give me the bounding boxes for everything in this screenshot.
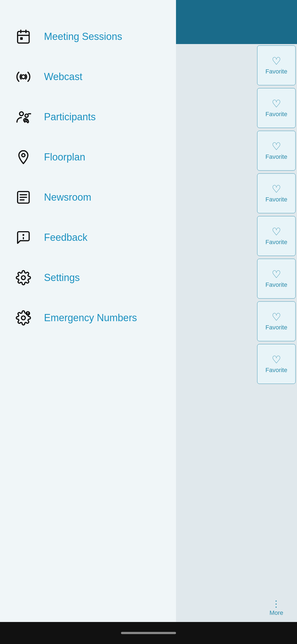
favorite-btn-3[interactable]: ♡ Favorite — [257, 131, 296, 171]
feedback-label: Feedback — [44, 232, 87, 243]
fav-label-4: Favorite — [265, 196, 287, 203]
more-button[interactable]: ⋮ More — [258, 599, 294, 616]
svg-point-24 — [28, 314, 28, 315]
svg-point-6 — [20, 112, 23, 116]
webcast-label: Webcast — [44, 71, 82, 83]
heart-icon-1: ♡ — [272, 56, 281, 66]
favorite-btn-2[interactable]: ♡ Favorite — [257, 88, 296, 128]
fav-label-7: Favorite — [265, 324, 287, 331]
sidebar-item-newsroom[interactable]: Newsroom — [0, 177, 176, 217]
newsroom-icon — [14, 188, 33, 207]
heart-icon-6: ♡ — [272, 269, 281, 280]
background-content: ♡ Favorite ♡ Favorite ♡ Favorite ♡ Favor… — [170, 0, 297, 644]
svg-point-12 — [22, 154, 25, 157]
heart-icon-3: ♡ — [272, 141, 281, 152]
calendar-icon — [14, 27, 33, 46]
svg-rect-4 — [20, 37, 23, 40]
settings-icon — [14, 268, 33, 287]
navigation-drawer: Meeting Sessions Webcast — [0, 0, 176, 644]
newsroom-label: Newsroom — [44, 192, 91, 203]
heart-icon-2: ♡ — [272, 99, 281, 109]
bottom-bar — [0, 622, 297, 644]
settings-label: Settings — [44, 272, 80, 283]
heart-icon-4: ♡ — [272, 184, 281, 194]
favorite-btn-6[interactable]: ♡ Favorite — [257, 259, 296, 299]
favorite-btn-4[interactable]: ♡ Favorite — [257, 173, 296, 213]
favorite-buttons-container: ♡ Favorite ♡ Favorite ♡ Favorite ♡ Favor… — [257, 44, 297, 385]
sidebar-item-feedback[interactable]: Feedback — [0, 217, 176, 258]
sidebar-item-floorplan[interactable]: Floorplan — [0, 137, 176, 177]
home-indicator — [121, 632, 176, 634]
participants-label: Participants — [44, 111, 96, 123]
svg-point-19 — [23, 235, 24, 235]
emergency-numbers-label: Emergency Numbers — [44, 312, 137, 324]
emergency-icon — [14, 308, 33, 328]
heart-icon-8: ♡ — [272, 354, 281, 365]
favorite-btn-5[interactable]: ♡ Favorite — [257, 216, 296, 256]
bg-body: ♡ Favorite ♡ Favorite ♡ Favorite ♡ Favor… — [170, 44, 297, 644]
fav-label-5: Favorite — [265, 239, 287, 246]
svg-point-7 — [25, 114, 28, 118]
fav-label-1: Favorite — [265, 68, 287, 75]
svg-rect-0 — [18, 31, 29, 43]
sidebar-item-webcast[interactable]: Webcast — [0, 57, 176, 97]
svg-point-21 — [21, 316, 25, 320]
favorite-btn-8[interactable]: ♡ Favorite — [257, 344, 296, 384]
more-dots-icon: ⋮ — [272, 599, 281, 608]
floorplan-label: Floorplan — [44, 151, 85, 163]
fav-label-8: Favorite — [265, 367, 287, 374]
heart-icon-5: ♡ — [272, 227, 281, 237]
sidebar-item-settings[interactable]: Settings — [0, 258, 176, 298]
fav-label-2: Favorite — [265, 111, 287, 118]
heart-icon-7: ♡ — [272, 312, 281, 322]
feedback-icon — [14, 228, 33, 247]
location-icon — [14, 148, 33, 167]
favorite-btn-1[interactable]: ♡ Favorite — [257, 45, 296, 85]
bg-header — [170, 0, 297, 44]
fav-label-3: Favorite — [265, 153, 287, 160]
participants-icon — [14, 107, 33, 127]
sidebar-item-emergency-numbers[interactable]: Emergency Numbers — [0, 298, 176, 338]
meeting-sessions-label: Meeting Sessions — [44, 31, 122, 42]
svg-line-11 — [27, 121, 28, 123]
webcast-icon — [14, 67, 33, 86]
sidebar-item-participants[interactable]: Participants — [0, 97, 176, 137]
more-label: More — [270, 609, 283, 616]
fav-label-6: Favorite — [265, 281, 287, 288]
svg-point-5 — [21, 75, 25, 79]
sidebar-item-meeting-sessions[interactable]: Meeting Sessions — [0, 17, 176, 57]
svg-point-20 — [21, 276, 25, 280]
favorite-btn-7[interactable]: ♡ Favorite — [257, 301, 296, 341]
